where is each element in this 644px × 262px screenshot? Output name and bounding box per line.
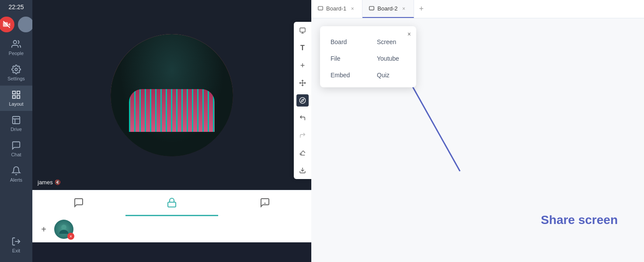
sidebar: 22:25 bbox=[0, 0, 32, 262]
svg-point-11 bbox=[15, 68, 17, 71]
tabs-bar: Board-1 × Board-2 × + bbox=[311, 0, 644, 18]
sidebar-label-settings: Settings bbox=[7, 76, 25, 81]
time-display: 22:25 bbox=[8, 0, 24, 14]
sidebar-label-drive: Drive bbox=[10, 127, 22, 132]
sidebar-label-alerts: Alerts bbox=[10, 177, 22, 183]
board-content: × Board Screen File Youtube Embed Quiz S… bbox=[311, 18, 644, 262]
sidebar-item-settings[interactable]: Settings bbox=[0, 60, 32, 86]
svg-rect-4 bbox=[3, 22, 8, 27]
dropdown-popup: × Board Screen File Youtube Embed Quiz bbox=[320, 26, 416, 87]
sidebar-label-exit: Exit bbox=[12, 248, 20, 253]
tab-board2-label: Board-2 bbox=[377, 5, 397, 12]
tab-board1-label: Board-1 bbox=[326, 5, 346, 12]
sidebar-label-chat: Chat bbox=[11, 152, 21, 157]
avatar-remove-button[interactable]: × bbox=[67, 233, 74, 240]
status-indicator bbox=[18, 17, 34, 32]
svg-rect-15 bbox=[17, 96, 20, 98]
tab-question-icon[interactable] bbox=[218, 190, 311, 216]
compass-tool[interactable] bbox=[296, 94, 309, 107]
dropdown-item-board[interactable]: Board bbox=[331, 37, 359, 47]
board-area: Board-1 × Board-2 × + × Board Screen Fil… bbox=[311, 0, 644, 262]
board-tool[interactable] bbox=[296, 24, 309, 37]
tab-board2-close[interactable]: × bbox=[400, 5, 407, 12]
dropdown-item-file[interactable]: File bbox=[331, 53, 359, 64]
svg-rect-13 bbox=[17, 91, 20, 94]
svg-marker-26 bbox=[301, 99, 304, 102]
sidebar-item-drive[interactable]: Drive bbox=[0, 111, 32, 136]
sidebar-item-chat[interactable]: Chat bbox=[0, 136, 32, 162]
move-tool[interactable] bbox=[296, 77, 309, 89]
add-participant-button[interactable]: + bbox=[38, 223, 50, 235]
tab-board1[interactable]: Board-1 × bbox=[311, 0, 362, 18]
svg-rect-31 bbox=[318, 6, 323, 10]
text-tool[interactable]: T bbox=[296, 42, 309, 54]
sidebar-item-alerts[interactable]: Alerts bbox=[0, 162, 32, 187]
mute-indicator: 🔇 bbox=[55, 179, 61, 185]
add-tool[interactable]: + bbox=[296, 59, 309, 72]
tab-board2[interactable]: Board-2 × bbox=[362, 0, 414, 18]
mute-cam-button[interactable] bbox=[0, 17, 14, 32]
video-feed bbox=[111, 34, 233, 156]
dropdown-close-button[interactable]: × bbox=[407, 31, 411, 38]
sidebar-bottom: Exit bbox=[10, 232, 23, 262]
dropdown-item-embed[interactable]: Embed bbox=[331, 70, 359, 80]
sidebar-item-people[interactable]: People bbox=[0, 35, 32, 60]
undo-tool[interactable] bbox=[296, 112, 309, 124]
eraser-tool[interactable] bbox=[296, 147, 309, 159]
dropdown-grid: Board Screen File Youtube Embed Quiz bbox=[331, 37, 406, 80]
svg-rect-32 bbox=[369, 6, 374, 10]
svg-rect-14 bbox=[13, 96, 15, 98]
svg-point-10 bbox=[14, 41, 17, 44]
svg-rect-20 bbox=[300, 28, 305, 32]
video-tools-panel: T + bbox=[294, 22, 311, 179]
nav-menu: People Settings Layout bbox=[0, 35, 32, 232]
svg-rect-12 bbox=[13, 91, 15, 94]
video-user-label: james 🔇 bbox=[38, 179, 61, 186]
bottom-tabs bbox=[32, 190, 311, 216]
tab-board1-close[interactable]: × bbox=[349, 5, 356, 12]
dropdown-item-youtube[interactable]: Youtube bbox=[377, 53, 406, 64]
svg-point-30 bbox=[61, 225, 66, 230]
avatars-row: + × bbox=[32, 216, 311, 242]
sidebar-item-layout[interactable]: Layout bbox=[0, 86, 32, 111]
dropdown-item-quiz[interactable]: Quiz bbox=[377, 70, 406, 80]
video-container: james 🔇 T + bbox=[32, 0, 311, 190]
svg-rect-28 bbox=[168, 202, 176, 207]
redo-tool[interactable] bbox=[296, 129, 309, 141]
dropdown-item-screen[interactable]: Screen bbox=[377, 37, 406, 47]
tab-lock-icon[interactable] bbox=[125, 190, 219, 216]
tab-chat-icon[interactable] bbox=[32, 190, 125, 216]
main-video-area: james 🔇 T + bbox=[32, 0, 311, 262]
sidebar-label-layout: Layout bbox=[9, 101, 23, 107]
tab-add-button[interactable]: + bbox=[414, 4, 429, 14]
svg-point-25 bbox=[299, 97, 305, 103]
avatar-james[interactable]: × bbox=[54, 220, 73, 239]
sidebar-label-people: People bbox=[9, 51, 24, 56]
share-screen-label: Share screen bbox=[541, 213, 618, 227]
sidebar-item-exit[interactable]: Exit bbox=[10, 232, 23, 258]
video-content bbox=[111, 34, 233, 156]
download-tool[interactable] bbox=[296, 164, 309, 176]
svg-rect-16 bbox=[13, 117, 20, 124]
